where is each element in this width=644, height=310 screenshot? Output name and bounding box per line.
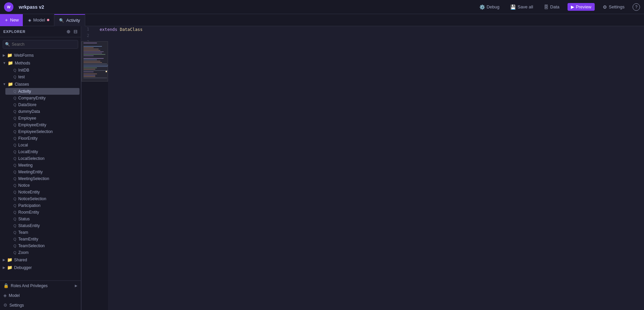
class-localentity[interactable]: Q LocalEntity bbox=[5, 148, 79, 155]
sidebar: Explorer ⊕ ⊟ 🔍 ▶ 📁 WebForms ▼ 📁 Methods bbox=[0, 26, 81, 310]
model-icon: ◈ bbox=[3, 293, 7, 298]
sidebar-bottom: 🔒 Roles And Privileges ▶ ◈ Model ⚙ Setti… bbox=[0, 280, 81, 310]
class-teamentity-icon: Q bbox=[13, 237, 16, 241]
class-localentity-icon: Q bbox=[13, 150, 16, 154]
preview-button[interactable]: ▶ Preview bbox=[568, 3, 595, 11]
minimap bbox=[81, 41, 108, 310]
class-meetingselection[interactable]: Q MeetingSelection bbox=[5, 175, 79, 182]
class-roomentity-icon: Q bbox=[13, 210, 16, 214]
play-icon: ▶ bbox=[571, 4, 574, 9]
class-status-icon: Q bbox=[13, 217, 16, 221]
class-teamselection[interactable]: Q TeamSelection bbox=[5, 242, 79, 249]
method-test-icon: Q bbox=[13, 75, 16, 79]
sidebar-collapse-icon[interactable]: ⊟ bbox=[73, 29, 77, 34]
shared-label: Shared bbox=[14, 258, 27, 262]
shared-chevron: ▶ bbox=[3, 258, 5, 262]
classes-chevron: ▼ bbox=[3, 82, 6, 86]
class-employeeselection[interactable]: Q EmployeeSelection bbox=[5, 128, 79, 135]
class-employeeentity-icon: Q bbox=[13, 123, 16, 127]
tab-activity-icon: 🔍 bbox=[59, 18, 64, 23]
class-local[interactable]: Q Local bbox=[5, 142, 79, 148]
methods-group[interactable]: ▼ 📁 Methods bbox=[0, 59, 81, 67]
roles-icon: 🔒 bbox=[3, 283, 9, 288]
tab-activity[interactable]: 🔍 Activity bbox=[54, 14, 85, 26]
webforms-label: WebForms bbox=[14, 53, 34, 58]
class-companyentity-icon: Q bbox=[13, 96, 16, 100]
saveall-button[interactable]: 💾 Save all bbox=[507, 3, 536, 11]
data-button[interactable]: 🗄 Data bbox=[541, 3, 562, 11]
class-team-icon: Q bbox=[13, 230, 16, 234]
class-zoom[interactable]: Q Zoom bbox=[5, 249, 79, 256]
class-employee-icon: Q bbox=[13, 116, 16, 120]
class-employee[interactable]: Q Employee bbox=[5, 115, 79, 122]
sidebar-header-icons: ⊕ ⊟ bbox=[66, 29, 77, 34]
topbar: W wrkpass v2 ⚙️ Debug 💾 Save all 🗄 Data … bbox=[0, 0, 644, 14]
class-floorentity[interactable]: Q FloorEntity bbox=[5, 135, 79, 142]
classes-group[interactable]: ▼ 📁 Classes bbox=[0, 80, 81, 88]
class-dummydata[interactable]: Q dummyData bbox=[5, 108, 79, 115]
classes-folder-icon: 📁 bbox=[8, 82, 13, 87]
class-roomentity[interactable]: Q RoomEntity bbox=[5, 209, 79, 216]
code-line-2: 2 bbox=[81, 33, 644, 39]
class-notice[interactable]: Q Notice bbox=[5, 182, 79, 189]
code-area[interactable]: 1 extends DataClass 2 3 4 function creat… bbox=[81, 26, 644, 41]
explorer-title: Explorer bbox=[3, 30, 25, 34]
class-datastore-icon: Q bbox=[13, 103, 16, 107]
tab-model[interactable]: ◈ Model bbox=[23, 14, 54, 26]
tabbar: ＋ New ◈ Model 🔍 Activity bbox=[0, 14, 644, 26]
code-editor: 1 extends DataClass 2 3 4 function creat… bbox=[81, 26, 644, 310]
search-box: 🔍 bbox=[3, 40, 78, 49]
shared-group[interactable]: ▶ 📁 Shared bbox=[0, 256, 81, 264]
sidebar-new-icon[interactable]: ⊕ bbox=[66, 29, 70, 34]
class-meeting[interactable]: Q Meeting bbox=[5, 162, 79, 169]
debug-button[interactable]: ⚙️ Debug bbox=[477, 3, 502, 11]
class-floorentity-icon: Q bbox=[13, 136, 16, 140]
class-localselection[interactable]: Q LocalSelection bbox=[5, 155, 79, 162]
class-teamentity[interactable]: Q TeamEntity bbox=[5, 236, 79, 242]
classes-items: Q Activity Q CompanyEntity Q DataStore Q… bbox=[0, 88, 81, 256]
method-test[interactable]: Q test bbox=[5, 74, 79, 80]
webforms-group[interactable]: ▶ 📁 WebForms bbox=[0, 51, 81, 59]
class-statusentity[interactable]: Q StatusEntity bbox=[5, 222, 79, 229]
unsaved-dot bbox=[47, 19, 49, 21]
class-noticeentity-icon: Q bbox=[13, 190, 16, 194]
sidebar-settings-item[interactable]: ⚙ Settings bbox=[0, 300, 81, 310]
app-logo: W bbox=[4, 2, 13, 12]
class-statusentity-icon: Q bbox=[13, 224, 16, 228]
class-status[interactable]: Q Status bbox=[5, 216, 79, 222]
model-label: Model bbox=[9, 293, 20, 298]
methods-folder-icon: 📁 bbox=[8, 60, 13, 65]
debugger-group[interactable]: ▶ 📁 Debugger bbox=[0, 264, 81, 271]
class-localselection-icon: Q bbox=[13, 157, 16, 161]
class-zoom-icon: Q bbox=[13, 251, 16, 255]
sidebar-header: Explorer ⊕ ⊟ bbox=[0, 26, 81, 37]
class-noticeselection[interactable]: Q NoticeSelection bbox=[5, 195, 79, 202]
class-companyentity[interactable]: Q CompanyEntity bbox=[5, 95, 79, 101]
svg-rect-0 bbox=[82, 41, 108, 310]
tab-model-icon: ◈ bbox=[28, 18, 31, 23]
class-team[interactable]: Q Team bbox=[5, 229, 79, 236]
tree-section: ▶ 📁 WebForms ▼ 📁 Methods Q InitDB Q test bbox=[0, 51, 81, 280]
method-initdb[interactable]: Q InitDB bbox=[5, 67, 79, 74]
help-button[interactable]: ? bbox=[633, 3, 640, 11]
minimap-viewport bbox=[82, 41, 108, 82]
settings-label: Settings bbox=[9, 303, 24, 308]
methods-chevron: ▼ bbox=[3, 61, 6, 65]
class-employeeentity[interactable]: Q EmployeeEntity bbox=[5, 122, 79, 128]
class-datastore[interactable]: Q DataStore bbox=[5, 101, 79, 108]
sidebar-roles-item[interactable]: 🔒 Roles And Privileges ▶ bbox=[0, 281, 81, 291]
search-input[interactable] bbox=[3, 40, 78, 49]
settings-button[interactable]: ⚙ Settings bbox=[600, 3, 627, 11]
class-participation[interactable]: Q Participation bbox=[5, 202, 79, 209]
class-meeting-icon: Q bbox=[13, 163, 16, 167]
new-tab-button[interactable]: ＋ New bbox=[0, 14, 23, 26]
search-icon: 🔍 bbox=[5, 42, 10, 47]
class-activity[interactable]: Q Activity bbox=[5, 88, 79, 95]
class-dummydata-icon: Q bbox=[13, 109, 16, 114]
class-meetingentity[interactable]: Q MeetingEntity bbox=[5, 169, 79, 175]
sidebar-model-item[interactable]: ◈ Model bbox=[0, 291, 81, 300]
class-noticeentity[interactable]: Q NoticeEntity bbox=[5, 189, 79, 195]
debug-icon: ⚙️ bbox=[479, 4, 485, 10]
class-activity-icon: Q bbox=[13, 89, 16, 93]
webforms-chevron: ▶ bbox=[3, 53, 5, 57]
